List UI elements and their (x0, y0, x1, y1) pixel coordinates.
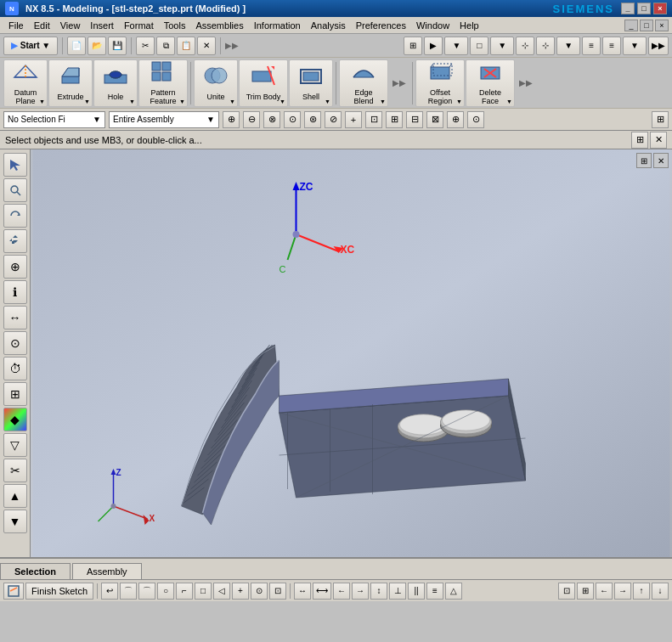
delete-face-button[interactable]: DeleteFace ▼ (466, 59, 515, 107)
save-button[interactable]: 💾 (108, 37, 127, 55)
bt-r5[interactable]: ↑ (633, 583, 650, 600)
bt-h8[interactable]: ≡ (426, 583, 443, 600)
sel-icon14[interactable]: ⊞ (652, 111, 669, 128)
new-button[interactable]: 📄 (67, 37, 86, 55)
unite-dropdown[interactable]: ▼ (229, 99, 235, 104)
datum-plane-dropdown[interactable]: ▼ (39, 99, 45, 104)
view-btn5[interactable]: ▼ (490, 37, 514, 55)
finish-sketch-label[interactable]: Finish Sketch (25, 583, 93, 600)
sel-icon7[interactable]: + (345, 111, 362, 128)
shell-button[interactable]: Shell ▼ (289, 59, 333, 107)
bt-box[interactable]: ⊡ (269, 583, 286, 600)
view-btn3[interactable]: ▼ (444, 37, 468, 55)
view-btn4[interactable]: □ (470, 37, 488, 55)
snap-btn1[interactable]: ⊹ (516, 37, 534, 55)
bt-arc1[interactable]: ⌒ (120, 583, 137, 600)
bt-plus[interactable]: + (232, 583, 249, 600)
hole-dropdown[interactable]: ▼ (129, 99, 135, 104)
snap-btn2[interactable]: ⊹ (536, 37, 555, 55)
view-btn1[interactable]: ⊞ (404, 37, 422, 55)
edge-blend-button[interactable]: EdgeBlend ▼ (339, 59, 388, 107)
sidebar-btn-zoom[interactable] (3, 178, 27, 202)
inner-close[interactable]: × (655, 20, 669, 31)
sidebar-btn-layer[interactable]: ▽ (3, 433, 27, 457)
shell-dropdown[interactable]: ▼ (325, 99, 330, 104)
sidebar-btn-down[interactable]: ▼ (3, 510, 27, 533)
close-button[interactable]: × (653, 3, 667, 14)
bt-circle[interactable]: ○ (157, 583, 174, 600)
offset-region-dropdown[interactable]: ▼ (456, 99, 462, 104)
start-button[interactable]: ▶ Start ▼ (3, 37, 58, 55)
sel-icon6[interactable]: ⊘ (325, 111, 342, 128)
menu-assemblies[interactable]: Assemblies (190, 19, 248, 32)
sel-icon10[interactable]: ⊟ (406, 111, 423, 128)
sidebar-btn-clock[interactable]: ⏱ (3, 357, 27, 380)
sel-icon13[interactable]: ⊙ (467, 111, 484, 128)
view-btn2[interactable]: ▶ (424, 37, 443, 55)
bt-r4[interactable]: → (614, 583, 631, 600)
maximize-button[interactable]: □ (637, 3, 651, 14)
trim-body-button[interactable]: Trim Body ▼ (239, 59, 288, 107)
sidebar-btn-analysis[interactable]: ⊙ (3, 331, 27, 355)
hole-button[interactable]: Hole ▼ (93, 59, 138, 107)
paste-button[interactable]: 📋 (177, 37, 195, 55)
bt-profile[interactable]: ↩ (101, 583, 118, 600)
menu-format[interactable]: Format (119, 19, 159, 32)
delete-button[interactable]: ✕ (197, 37, 216, 55)
menu-tools[interactable]: Tools (159, 19, 191, 32)
bt-h7[interactable]: || (408, 583, 425, 600)
selection-scope-dropdown[interactable]: Entire Assembly ▼ (109, 111, 219, 128)
tab-assembly[interactable]: Assembly (72, 563, 142, 579)
menu-edit[interactable]: Edit (29, 19, 55, 32)
vp-btn1[interactable]: ⊞ (636, 153, 652, 168)
menu-view[interactable]: View (55, 19, 86, 32)
menu-help[interactable]: Help (455, 19, 484, 32)
sidebar-btn-info[interactable]: ℹ (3, 280, 27, 304)
sel-icon2[interactable]: ⊖ (243, 111, 260, 128)
datum-plane-button[interactable]: DatumPlane ▼ (3, 59, 48, 107)
offset-region-button[interactable]: OffsetRegion ▼ (415, 59, 465, 107)
window-controls[interactable]: _ □ × (621, 3, 667, 14)
bt-h9[interactable]: △ (445, 583, 462, 600)
menu-file[interactable]: File (3, 19, 29, 32)
sidebar-btn-measure[interactable]: ↔ (3, 306, 27, 329)
menu-window[interactable]: Window (411, 19, 455, 32)
bt-h4[interactable]: → (352, 583, 369, 600)
tab-selection[interactable]: Selection (0, 563, 71, 579)
sel-icon1[interactable]: ⊕ (223, 111, 240, 128)
cut-button[interactable]: ✂ (136, 37, 155, 55)
bt-r1[interactable]: ⊡ (558, 583, 575, 600)
pattern-feature-dropdown[interactable]: ▼ (179, 99, 185, 104)
sidebar-btn-select[interactable] (3, 153, 27, 177)
bt-ellipse[interactable]: ⊙ (251, 583, 268, 600)
bt-arc2[interactable]: ⌒ (138, 583, 155, 600)
menu-analysis[interactable]: Analysis (306, 19, 351, 32)
sidebar-btn-cut[interactable]: ✂ (3, 459, 27, 482)
extrude-button[interactable]: Extrude ▼ (48, 59, 93, 107)
selection-filter-dropdown[interactable]: No Selection Fi ▼ (3, 111, 105, 128)
sidebar-btn-up[interactable]: ▲ (3, 484, 27, 508)
sel-icon8[interactable]: ⊡ (365, 111, 382, 128)
pattern-feature-button[interactable]: PatternFeature ▼ (138, 59, 188, 107)
menu-preferences[interactable]: Preferences (351, 19, 411, 32)
moretools[interactable]: ▶▶ (648, 37, 669, 55)
bt-triangle[interactable]: ◁ (213, 583, 230, 600)
open-button[interactable]: 📂 (88, 37, 106, 55)
bt-h1[interactable]: ↔ (294, 583, 311, 600)
sel-icon5[interactable]: ⊛ (304, 111, 321, 128)
unite-button[interactable]: Unite ▼ (194, 59, 238, 107)
inner-minimize[interactable]: _ (624, 20, 638, 31)
bt-h2[interactable]: ⟷ (313, 583, 331, 600)
vp-expand[interactable]: ⊞ (631, 132, 648, 149)
menu-information[interactable]: Information (249, 19, 306, 32)
finish-sketch-icon[interactable] (3, 583, 24, 600)
snap-btn3[interactable]: ▼ (556, 37, 580, 55)
sidebar-btn-rotate[interactable] (3, 204, 27, 228)
bt-h5[interactable]: ↕ (370, 583, 387, 600)
bt-r3[interactable]: ← (596, 583, 613, 600)
sidebar-btn-color[interactable]: ◆ (3, 408, 27, 431)
bt-r6[interactable]: ↓ (652, 583, 669, 600)
sel-icon11[interactable]: ⊠ (426, 111, 443, 128)
bt-h3[interactable]: ← (333, 583, 350, 600)
sidebar-btn-render[interactable]: ⊕ (3, 255, 27, 279)
